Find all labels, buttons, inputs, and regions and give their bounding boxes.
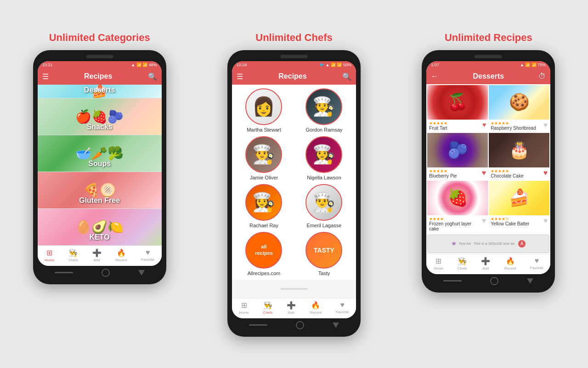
recipe-card-yellow[interactable]: 🍰 ★★★★½ Yellow Cake Batter ♥ (489, 181, 549, 233)
chef-emoji-martha: 👩 (252, 96, 275, 117)
category-item-desserts[interactable]: 🍰 Desserts (38, 85, 162, 98)
gesture-lines-3 (443, 280, 462, 282)
menu-icon-1[interactable]: ☰ (42, 72, 49, 81)
chefs-icon-3: 👨‍🍳 (458, 257, 467, 265)
recipe-meta-chocolate: ★★★★★ Chocolate Cake (491, 169, 523, 178)
bottom-nav-2: ⊞ Home 👨‍🍳 Chefs ➕ Add 🔥 Recent (232, 298, 356, 318)
chef-allrecipes[interactable]: allrecipes Allrecipes.com (236, 232, 292, 276)
nav-favorite-label-2: Favorite (336, 310, 349, 314)
nav-chefs-3[interactable]: 👨‍🍳 Chefs (458, 257, 467, 270)
heart-yellow[interactable]: ♥ (543, 217, 548, 225)
chef-gordon[interactable]: 🧑‍🍳 Gordon Ramsay (296, 88, 352, 132)
phone-1: 10:21 ▲ 📶 📶 48% ☰ Recipes 🔍 🍰 Desserts (33, 50, 166, 284)
chef-emoji-rachael: 👩‍🍳 (252, 191, 275, 213)
chef-name-martha: Martha Stewart (247, 127, 281, 132)
recipe-meta-frozen: ★★★★ Frozen yoghurt layer cake (429, 217, 482, 231)
recipe-meta-raspberry: ★★★★★ Raspberry Shortbread (491, 121, 536, 131)
nav-chefs-2[interactable]: 👨‍🍳 Chefs (263, 301, 272, 315)
recipe-card-frozen[interactable]: 🍓 ★★★★ Frozen yoghurt layer cake ♥ (427, 181, 488, 233)
chef-avatar-rachael: 👩‍🍳 (245, 184, 282, 221)
nav-add-label-2: Add (288, 310, 294, 315)
home-icon-1: ⊞ (46, 248, 52, 257)
recipe-stars-raspberry: ★★★★★ (491, 121, 536, 126)
recipe-meta-yellow: ★★★★½ Yellow Cake Batter (491, 217, 529, 226)
chef-emoji-gordon: 🧑‍🍳 (312, 96, 335, 117)
chef-tasty[interactable]: TASTY Tasty (296, 232, 352, 276)
back-button[interactable]: ← (431, 72, 438, 80)
chef-rachael[interactable]: 👩‍🍳 Rachael Ray (236, 184, 292, 228)
category-item-soups[interactable]: 🥣🥕🥦 Soups (38, 135, 162, 172)
recipe-stars-chocolate: ★★★★★ (491, 169, 523, 173)
heart-frozen[interactable]: ♥ (482, 217, 486, 225)
heart-chocolate[interactable]: ♥ (543, 169, 548, 177)
recipe-inner-blueberry: 🫐 ★★★★★ Blueberry Pie ♥ (427, 133, 488, 180)
nav-home-3[interactable]: ⊞ Home (434, 257, 443, 270)
recipe-stars-yellow: ★★★★½ (491, 217, 529, 221)
phone-notch-1 (86, 55, 113, 58)
category-item-gluten[interactable]: 🍕🫓 Gluten Free (38, 172, 162, 209)
favorite-icon-3: ♥ (535, 257, 539, 265)
nav-recent-1[interactable]: 🔥 Recent (115, 248, 127, 262)
category-item-keto[interactable]: 🥚🥑🍋 KETO (38, 209, 162, 246)
heart-blueberry[interactable]: ♥ (482, 169, 486, 177)
nav-add-label-1: Add (94, 258, 100, 262)
search-icon-1[interactable]: 🔍 (148, 72, 157, 81)
nav-favorite-3[interactable]: ♥ Favorite (530, 257, 543, 270)
search-icon-2[interactable]: 🔍 (342, 72, 351, 81)
ad-text: This is a 320x100 test ad. (474, 242, 515, 246)
chef-avatar-jamie: 👨‍🍳 (245, 136, 282, 173)
chef-emoji-nigella: 👩‍🍳 (312, 144, 335, 165)
recipe-card-raspberry[interactable]: 🍪 ★★★★★ Raspberry Shortbread ♥ (489, 85, 549, 132)
status-icons-1: ▲ 📶 📶 48% (131, 63, 157, 67)
heart-fruit-tart[interactable]: ♥ (482, 121, 486, 128)
recipe-title-raspberry: Raspberry Shortbread (491, 126, 536, 131)
history-icon[interactable]: ⏱ (538, 72, 546, 80)
nav-favorite-label-1: Favorite (141, 258, 154, 262)
ad-monster-emoji: 👾 (452, 242, 456, 246)
nav-home-2[interactable]: ⊞ Home (239, 301, 249, 315)
nav-recent-3[interactable]: 🔥 Recent (504, 257, 516, 270)
chef-jamie[interactable]: 👨‍🍳 Jamie Oliver (236, 136, 292, 180)
bottom-nav-1: ⊞ Home 👨‍🍳 Chefs ➕ Add 🔥 Recent (38, 246, 162, 266)
recipe-card-blueberry[interactable]: 🫐 ★★★★★ Blueberry Pie ♥ (427, 133, 488, 180)
nav-add-2[interactable]: ➕ Add (287, 301, 296, 315)
recipe-img-yellow: 🍰 (489, 181, 549, 215)
chef-emeril[interactable]: 👨‍🍳 Emeril Lagasse (296, 184, 352, 228)
nav-home-1[interactable]: ⊞ Home (45, 248, 54, 262)
ad-close-btn[interactable]: A (518, 240, 526, 247)
status-bar-1: 10:21 ▲ 📶 📶 48% (38, 61, 162, 69)
nav-favorite-label-3: Favorite (530, 266, 543, 270)
recipe-inner-raspberry: 🍪 ★★★★★ Raspberry Shortbread ♥ (489, 85, 549, 132)
chef-avatar-allrecipes: allrecipes (245, 232, 282, 269)
nav-chefs-1[interactable]: 👨‍🍳 Chefs (68, 248, 78, 262)
page-wrapper: Unlimited Categories 10:21 ▲ 📶 📶 48% ☰ R… (9, 32, 579, 337)
chef-martha[interactable]: 👩 Martha Stewart (236, 88, 292, 132)
recipe-card-fruit-tart[interactable]: 🍒 ★★★★★ Fruit Tart ♥ (427, 85, 488, 132)
nav-favorite-2[interactable]: ♥ Favorite (336, 301, 349, 315)
chefs-icon-1: 👨‍🍳 (68, 248, 78, 257)
recipe-card-chocolate[interactable]: 🎂 ★★★★★ Chocolate Cake ♥ (489, 133, 549, 180)
favorite-icon-1: ♥ (146, 248, 150, 257)
phone-3: 1:07 ▲ 📶 📶 75% ← Desserts ⏱ 🍒 (422, 50, 555, 293)
menu-icon-2[interactable]: ☰ (237, 72, 243, 81)
recipe-title-frozen: Frozen yoghurt layer cake (429, 221, 482, 231)
chef-nigella[interactable]: 👩‍🍳 Nigella Lawson (296, 136, 352, 180)
column-categories: Unlimited Categories 10:21 ▲ 📶 📶 48% ☰ R… (9, 32, 190, 284)
chef-name-emeril: Emeril Lagasse (307, 223, 342, 228)
recipe-emoji-frozen: 🍓 (427, 181, 488, 215)
nav-recent-2[interactable]: 🔥 Recent (310, 301, 322, 315)
add-icon-1: ➕ (92, 248, 102, 257)
category-item-snacks[interactable]: 🍎🍓🫐 Snacks (38, 98, 162, 135)
chef-avatar-gordon: 🧑‍🍳 (305, 88, 342, 125)
nav-add-1[interactable]: ➕ Add (92, 248, 102, 262)
recipe-info-chocolate: ★★★★★ Chocolate Cake ♥ (489, 167, 549, 180)
recipe-img-frozen: 🍓 (427, 181, 488, 215)
recipe-info-yellow: ★★★★½ Yellow Cake Batter ♥ (489, 215, 549, 228)
chef-text-allrecipes: allrecipes (255, 244, 273, 256)
nav-add-3[interactable]: ➕ Add (481, 257, 490, 270)
nav-favorite-1[interactable]: ♥ Favorite (141, 248, 154, 262)
phone-screen-3: 1:07 ▲ 📶 📶 75% ← Desserts ⏱ 🍒 (426, 61, 550, 274)
home-icon-3: ⊞ (435, 257, 441, 265)
app-bar-title-3: Desserts (473, 72, 504, 80)
heart-raspberry[interactable]: ♥ (543, 121, 548, 129)
